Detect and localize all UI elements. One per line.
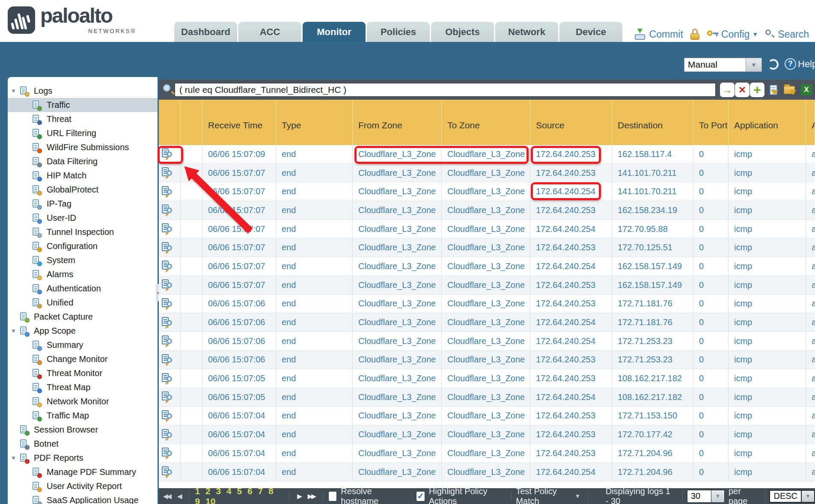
sidebar-item-configuration[interactable]: Configuration	[8, 239, 158, 253]
page-number-links[interactable]: 1 2 3 4 5 6 7 8 9 10	[195, 486, 283, 504]
detail-cell[interactable]	[159, 444, 181, 462]
sidebar-item-manage-pdf-summary[interactable]: Manage PDF Summary	[8, 465, 158, 479]
table-row[interactable]: 06/06 15:07:07endCloudflare_L3_ZoneCloud…	[159, 164, 815, 183]
table-row[interactable]: 06/06 15:07:07endCloudflare_L3_ZoneCloud…	[159, 182, 815, 201]
sidebar-item-unified[interactable]: Unified	[8, 296, 158, 310]
column-header-destination[interactable]: Destination	[612, 100, 693, 145]
column-header-flag[interactable]	[181, 100, 202, 145]
prev-page-button[interactable]: ◀	[177, 492, 181, 500]
config-button[interactable]: Config ▼	[707, 29, 758, 40]
detail-cell[interactable]	[159, 295, 181, 313]
column-header-type[interactable]: Type	[276, 100, 353, 145]
table-row[interactable]: 06/06 15:07:06endCloudflare_L3_ZoneCloud…	[159, 295, 815, 314]
tree-expand-icon[interactable]: ▼	[11, 88, 18, 94]
commit-button[interactable]: Commit	[634, 29, 683, 40]
log-detail-icon[interactable]	[161, 298, 174, 310]
sidebar-item-ip-tag[interactable]: IP-Tag	[8, 197, 158, 211]
search-button[interactable]: Search	[765, 29, 809, 40]
log-detail-icon[interactable]	[161, 223, 174, 235]
detail-cell[interactable]	[159, 201, 181, 219]
log-detail-icon[interactable]	[161, 186, 174, 198]
chevron-down-icon[interactable]: ▼	[711, 490, 725, 503]
sidebar-item-threat-map[interactable]: Threat Map	[8, 380, 158, 394]
load-filter-icon[interactable]	[782, 83, 797, 97]
detail-cell[interactable]	[159, 463, 181, 481]
log-detail-icon[interactable]	[161, 373, 174, 385]
column-header-from-zone[interactable]: From Zone	[353, 100, 442, 145]
next-page-button[interactable]: ▶	[297, 492, 301, 500]
table-row[interactable]: 06/06 15:07:06endCloudflare_L3_ZoneCloud…	[159, 351, 815, 370]
sidebar-item-data-filtering[interactable]: Data Filtering	[8, 154, 158, 169]
tab-monitor[interactable]: Monitor	[303, 22, 366, 42]
column-header-detail[interactable]	[159, 100, 181, 145]
refresh-icon[interactable]	[768, 59, 779, 70]
tree-expand-icon[interactable]: ▼	[11, 455, 18, 461]
column-header-action[interactable]: A	[806, 100, 815, 145]
detail-cell[interactable]	[159, 220, 181, 238]
sidebar-item-network-monitor[interactable]: Network Monitor	[8, 394, 158, 409]
per-page-select[interactable]: 30 ▼	[687, 490, 725, 503]
log-detail-icon[interactable]	[161, 354, 174, 366]
log-detail-icon[interactable]	[161, 260, 174, 272]
column-header-application[interactable]: Application	[729, 100, 806, 145]
detail-cell[interactable]	[159, 369, 181, 388]
tab-device[interactable]: Device	[559, 22, 622, 42]
table-row[interactable]: 06/06 15:07:07endCloudflare_L3_ZoneCloud…	[159, 257, 815, 276]
detail-cell[interactable]	[159, 257, 181, 276]
resolve-hostname-checkbox[interactable]	[328, 491, 337, 501]
chevron-down-icon[interactable]: ▼	[802, 490, 815, 503]
table-row[interactable]: 06/06 15:07:06endCloudflare_L3_ZoneCloud…	[159, 332, 815, 351]
sidebar-item-session-browser[interactable]: Session Browser	[8, 423, 158, 437]
table-row[interactable]: 06/06 15:07:09endCloudflare_L3_ZoneCloud…	[159, 145, 815, 164]
tab-policies[interactable]: Policies	[367, 22, 430, 42]
log-detail-icon[interactable]	[161, 204, 174, 216]
first-page-button[interactable]: ◀◀	[163, 492, 170, 500]
lock-icon[interactable]	[690, 29, 700, 40]
sidebar-item-saas-application-usage[interactable]: SaaS Application Usage	[8, 493, 158, 504]
sort-order-select[interactable]: DESC ▼	[769, 490, 815, 503]
log-detail-icon[interactable]	[161, 335, 174, 347]
log-detail-icon[interactable]	[161, 447, 174, 459]
filter-query-input[interactable]	[175, 83, 716, 97]
table-row[interactable]: 06/06 15:07:05endCloudflare_L3_ZoneCloud…	[159, 388, 815, 407]
table-row[interactable]: 06/06 15:07:04endCloudflare_L3_ZoneCloud…	[159, 425, 815, 444]
table-row[interactable]: 06/06 15:07:07endCloudflare_L3_ZoneCloud…	[159, 220, 815, 239]
export-icon[interactable]: X	[799, 83, 814, 97]
sidebar-item-app-scope[interactable]: ▼App Scope	[8, 324, 158, 338]
table-row[interactable]: 06/06 15:07:07endCloudflare_L3_ZoneCloud…	[159, 238, 815, 257]
sidebar-item-user-id[interactable]: User-ID	[8, 211, 158, 225]
help-button[interactable]: ? Help	[785, 58, 815, 70]
log-detail-icon[interactable]	[161, 167, 174, 179]
highlight-policy-checkbox[interactable]: ✓	[416, 491, 425, 501]
chevron-down-icon[interactable]: ▼	[746, 58, 762, 72]
test-policy-match-button[interactable]: Test Policy Match ▼	[516, 486, 580, 504]
sidebar-item-url-filtering[interactable]: URL Filtering	[8, 126, 158, 140]
apply-filter-icon[interactable]: →	[720, 83, 735, 97]
detail-cell[interactable]	[159, 332, 181, 350]
table-row[interactable]: 06/06 15:07:04endCloudflare_L3_ZoneCloud…	[159, 463, 815, 482]
tab-objects[interactable]: Objects	[431, 22, 494, 42]
tree-expand-icon[interactable]: ▼	[11, 328, 18, 334]
sidebar-item-hip-match[interactable]: HIP Match	[8, 169, 158, 183]
tab-dashboard[interactable]: Dashboard	[174, 22, 237, 42]
sidebar-item-traffic-map[interactable]: Traffic Map	[8, 409, 158, 423]
detail-cell[interactable]	[159, 182, 181, 201]
sidebar-item-logs[interactable]: ▼Logs	[8, 84, 158, 98]
detail-cell[interactable]	[159, 425, 181, 444]
clear-filter-icon[interactable]: ×	[735, 83, 750, 97]
log-detail-icon[interactable]	[161, 429, 174, 441]
detail-cell[interactable]	[159, 313, 181, 332]
column-header-source[interactable]: Source	[530, 100, 612, 145]
sidebar-item-threat[interactable]: Threat	[8, 112, 158, 126]
detail-cell[interactable]	[159, 164, 181, 182]
sidebar-item-botnet[interactable]: Botnet	[8, 437, 158, 451]
sidebar-item-system[interactable]: System	[8, 253, 158, 267]
refresh-mode-select[interactable]: Manual ▼	[684, 58, 762, 72]
sidebar-item-threat-monitor[interactable]: Threat Monitor	[8, 366, 158, 380]
column-header-receive-time[interactable]: Receive Time	[202, 100, 276, 145]
detail-cell[interactable]	[159, 276, 181, 294]
table-row[interactable]: 06/06 15:07:04endCloudflare_L3_ZoneCloud…	[159, 444, 815, 463]
add-filter-icon[interactable]: +	[750, 83, 764, 97]
last-page-button[interactable]: ▶▶	[308, 492, 315, 500]
sidebar-item-alarms[interactable]: Alarms	[8, 267, 158, 282]
